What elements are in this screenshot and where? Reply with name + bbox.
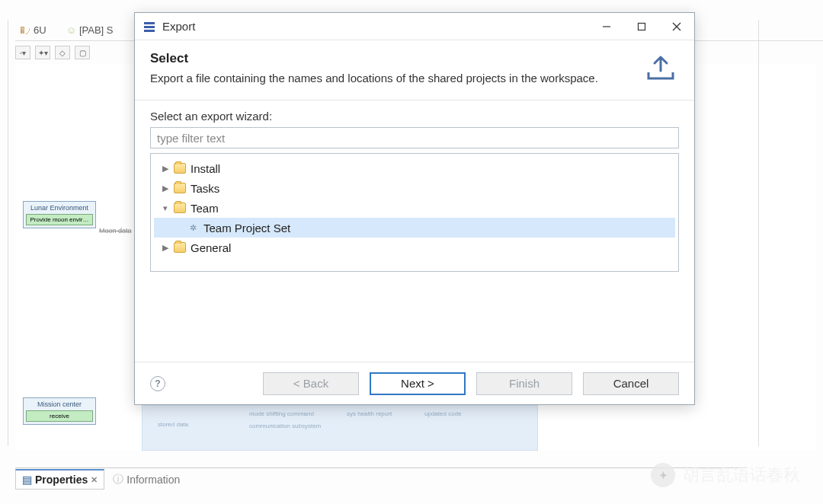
toolbar-button-4[interactable]: ▢ [75,46,90,59]
strip-label: sys health report [347,410,392,417]
chevron-right-icon[interactable]: ▶ [160,243,171,253]
chevron-right-icon[interactable]: ▶ [160,164,171,174]
folder-icon [174,163,186,174]
watermark: ✦ 胡言乱语话春秋 [651,463,800,487]
toolbar-button-3[interactable]: ◇ [55,46,70,59]
svg-rect-2 [144,30,155,32]
chevron-down-icon[interactable]: ▾ [160,203,171,213]
cancel-button[interactable]: Cancel [583,372,679,395]
dialog-header: Select Export a file containing the name… [135,40,694,100]
toolbar-button-1[interactable]: ▫▾ [15,46,30,59]
export-icon [644,53,677,83]
strip-label: communication subsystem [249,423,321,429]
tab-information[interactable]: ⓘ Information [106,469,187,490]
dialog-titlebar[interactable]: Export [135,13,694,40]
diagram-block-lunar[interactable]: Lunar Environment Provide moon envir… [23,201,96,228]
filter-input[interactable] [150,127,679,148]
editor-tab-6u[interactable]: �⵰ 6U [15,23,51,37]
dialog-button-bar: ? < Back Next > Finish Cancel [135,362,694,404]
block-title: Mission center [26,400,93,408]
finish-button[interactable]: Finish [476,372,572,395]
editor-tab-pab[interactable]: ☺ [PAB] S [62,23,118,37]
tree-label: Team Project Set [202,222,292,234]
watermark-text: 胡言乱语话春秋 [683,464,800,486]
tree-item-team-project-set[interactable]: ✲ Team Project Set [154,218,675,238]
info-icon: ⓘ [113,473,123,486]
folder-icon [174,242,186,253]
minimize-icon [602,22,611,31]
tree-label: General [189,241,232,254]
tree-label: Install [189,162,222,175]
export-dialog: Export Select Export a file containing t… [134,12,695,405]
tree-label: Tasks [189,182,221,195]
diagram-strip: stored data mode shifting command commun… [142,405,538,451]
divider [758,20,759,446]
app-icon [143,20,156,33]
block-inner: receive [26,410,93,422]
tree-item-install[interactable]: ▶ Install [154,158,675,178]
close-icon [672,22,681,31]
button-label: Cancel [613,377,649,390]
project-set-icon: ✲ [187,222,199,234]
svg-rect-4 [639,23,645,30]
close-button[interactable] [659,15,694,38]
button-label: Finish [509,377,540,390]
strip-label: stored data [158,421,188,428]
diagram-block-mission[interactable]: Mission center receive [23,397,96,425]
svg-rect-1 [144,26,155,28]
dialog-body: Select an export wizard: ▶ Install ▶ Tas… [135,100,694,275]
back-button[interactable]: < Back [263,372,359,395]
minimize-button[interactable] [589,15,624,38]
tab-label: Information [126,474,180,486]
help-button[interactable]: ? [150,376,165,391]
svg-rect-0 [144,22,155,24]
diagram-icon: �⵰ [20,24,30,36]
wechat-icon: ✦ [651,463,675,487]
dialog-heading: Select [150,51,679,66]
editor-toolbar: ▫▾ ✦▾ ◇ ▢ [15,44,90,61]
block-inner: Provide moon envir… [26,214,93,225]
tab-properties[interactable]: ▤ Properties ✕ [15,469,104,490]
tree-item-team[interactable]: ▾ Team [154,198,675,218]
button-label: < Back [293,377,328,390]
bottom-view-tabs: ▤ Properties ✕ ⓘ Information [15,467,747,490]
edge-label: Moon data [99,227,132,234]
folder-icon [174,203,186,213]
wizard-tree[interactable]: ▶ Install ▶ Tasks ▾ Team ✲ Team Project … [150,153,679,272]
properties-icon: ▤ [22,474,32,486]
button-label: Next > [401,377,434,390]
tab-label: Properties [35,474,88,486]
block-title: Lunar Environment [26,204,93,212]
select-wizard-label: Select an export wizard: [150,110,679,123]
tree-item-tasks[interactable]: ▶ Tasks [154,178,675,198]
maximize-button[interactable] [624,15,659,38]
next-button[interactable]: Next > [370,372,466,395]
chevron-right-icon[interactable]: ▶ [160,183,171,193]
dialog-title: Export [162,20,589,33]
help-icon: ? [155,378,160,389]
maximize-icon [637,22,646,31]
divider [8,20,8,446]
dialog-description: Export a file containing the names and l… [150,71,607,86]
close-icon[interactable]: ✕ [91,475,98,485]
tree-item-general[interactable]: ▶ General [154,238,675,257]
editor-tab-label: [PAB] S [79,24,114,36]
strip-label: updated code [424,410,462,417]
editor-tab-label: 6U [34,24,46,36]
toolbar-button-2[interactable]: ✦▾ [35,46,50,59]
person-icon: ☺ [66,24,76,36]
strip-label: mode shifting command [249,410,314,417]
folder-icon [174,183,186,193]
tree-label: Team [189,202,220,215]
